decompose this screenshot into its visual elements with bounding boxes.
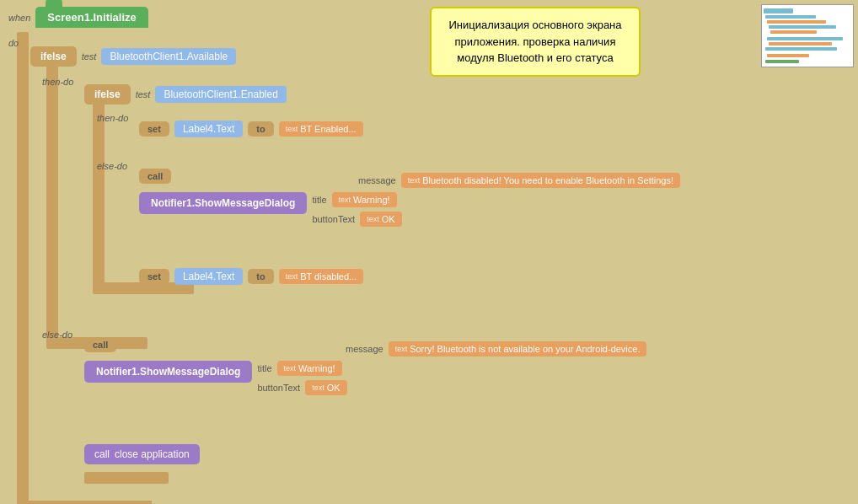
screen-init-label: Screen1.Initialize [47,11,137,24]
buttontext-row-inner: buttonText text OK [312,212,401,227]
tooltip-box: Инициализация основного экрана приложени… [430,7,641,77]
notifier-outer-container: message text Sorry! Bluetooth is not ava… [84,341,646,395]
title-label-inner: title [312,195,326,205]
notifier-outer-params: title text Warning! buttonText text OK [257,361,346,395]
bt-disabled-val[interactable]: text BT disabled... [279,269,364,284]
bt-available-block[interactable]: BluetoothClient1.Available [101,48,236,65]
main-spine-bottom [17,501,152,504]
ifelse-inner-block: ifelse test BluetoothClient1.Enabled [84,84,287,105]
bt-enabled-val[interactable]: text BT Enabled... [279,121,363,137]
title-label-outer: title [257,363,271,373]
ok-val-inner[interactable]: text OK [360,212,401,227]
set-bt-enabled-block: set Label4.Text to text BT Enabled... [139,121,363,137]
title-row-inner: title text Warning! [312,192,401,207]
ifelse-spine [46,55,58,341]
label4-text-1[interactable]: Label4.Text [174,121,243,137]
else-do-inner-label: else-do [97,160,127,172]
notifier-inner-params: title text Warning! buttonText text OK [312,192,401,227]
buttontext-label-inner: buttonText [312,214,355,224]
tooltip-text: Инициализация основного экрана приложени… [448,19,621,64]
warning-val-outer[interactable]: text Warning! [277,361,342,376]
set-bt-disabled-block: set Label4.Text to text BT disabled... [139,268,363,285]
then-spine [93,101,105,287]
to-label-1: to [248,121,273,137]
notifier-inner-main: Notifier1.ShowMessageDialog title text W… [139,192,680,227]
minimap [761,4,854,67]
buttontext-row-outer: buttonText text OK [257,380,346,395]
message-label-inner: message [358,175,396,185]
message-row-inner: message text Bluetooth disabled! You nee… [139,173,680,188]
bt-disabled-msg-val[interactable]: text Bluetooth disabled! You need to ena… [401,173,680,188]
title-row-outer: title text Warning! [257,361,346,376]
do-label: do [8,37,19,49]
close-app-block: call close application [84,444,200,464]
notifier-inner-method[interactable]: Notifier1.ShowMessageDialog [139,192,307,214]
buttontext-label-outer: buttonText [257,383,300,393]
set-label[interactable]: set [139,121,169,137]
notifier-inner-container: message text Bluetooth disabled! You nee… [139,173,680,227]
label4-text-2[interactable]: Label4.Text [174,268,243,285]
close-bar [84,472,169,484]
close-app-call[interactable]: call close application [84,444,200,464]
message-label-outer: message [346,344,383,354]
notifier-outer-method[interactable]: Notifier1.ShowMessageDialog [84,361,252,383]
ifelse-outer-block: ifelse test BluetoothClient1.Available [30,46,236,67]
ok-val-outer[interactable]: text OK [305,380,346,395]
notifier-outer-main: Notifier1.ShowMessageDialog title text W… [84,361,646,395]
call-label-close: call [94,448,110,460]
main-spine [17,32,29,504]
ifelse-inner[interactable]: ifelse [84,84,131,105]
warning-val-inner[interactable]: text Warning! [332,192,397,207]
bt-enabled-block[interactable]: BluetoothClient1.Enabled [155,86,286,103]
bt-unavail-msg-val[interactable]: text Sorry! Bluetooth is not available o… [389,341,647,357]
set-label-2[interactable]: set [139,269,169,284]
to-label-2: to [248,269,273,284]
close-app-label: close application [115,448,190,460]
then-do-outer-label: then-do [42,76,73,88]
message-row-outer: message text Sorry! Bluetooth is not ava… [84,341,646,357]
ifelse-outer[interactable]: ifelse [30,46,77,67]
then-do-inner-label: then-do [97,112,128,124]
else-do-outer-label: else-do [42,329,72,340]
screen-init-block[interactable]: Screen1.Initialize [35,7,148,28]
when-block: when Screen1.Initialize [8,7,148,28]
when-label: when [8,13,30,23]
